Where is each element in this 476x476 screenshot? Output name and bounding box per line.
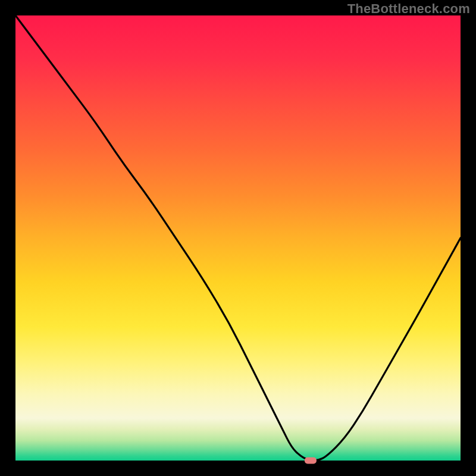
watermark-text: TheBottleneck.com — [347, 1, 470, 17]
optimal-marker — [305, 458, 317, 464]
bottleneck-chart — [0, 0, 476, 476]
plot-background — [15, 15, 461, 461]
chart-container: TheBottleneck.com — [0, 0, 476, 476]
